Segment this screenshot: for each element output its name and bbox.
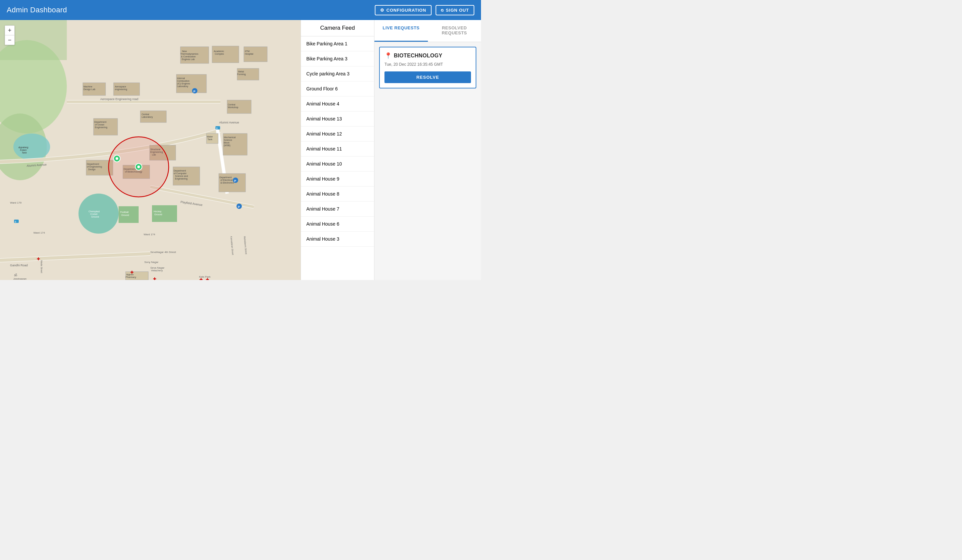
svg-text:Science: Science [224,139,232,141]
camera-list-item[interactable]: Animal House 8 [301,187,374,201]
svg-text:of Ocean: of Ocean [95,124,105,126]
configuration-label: CONFIGURATION [386,8,426,13]
signout-button[interactable]: ⎋ SIGN OUT [436,5,474,15]
svg-text:& Electronics: & Electronics [221,182,234,184]
app-header: Admin Dashboard ⚙ CONFIGURATION ⎋ SIGN O… [0,0,481,20]
svg-text:of Electrical: of Electrical [221,179,233,181]
camera-list-item[interactable]: Animal House 6 [301,217,374,232]
svg-text:Metal: Metal [238,71,244,73]
svg-text:Complex: Complex [215,53,224,55]
camera-list-item[interactable]: Bike Parking Area 3 [301,51,374,66]
svg-text:Ground: Ground [121,214,129,216]
request-time: Tue, 20 Dec 2022 16:35:45 GMT [384,62,471,67]
svg-text:Thermodynamics: Thermodynamics [180,53,199,55]
svg-text:Forming: Forming [237,73,246,76]
camera-list-item[interactable]: Ground Floor 6 [301,81,374,97]
svg-text:SevaNagar 4th Street: SevaNagar 4th Street [150,251,176,254]
svg-text:Engines Lab: Engines Lab [182,58,195,61]
svg-text:Velachery: Velachery [151,269,163,272]
camera-list-item[interactable]: Animal House 7 [301,201,374,217]
main-layout: Appalang Kolam Tank Chemplast Cricket Gr… [0,20,481,280]
svg-text:Chemplast: Chemplast [89,210,100,213]
svg-text:B: B [216,127,218,129]
svg-text:Aerospace Engineering road: Aerospace Engineering road [100,97,138,101]
camera-list-item[interactable]: Animal House 3 [301,232,374,247]
svg-text:P: P [238,205,240,209]
svg-text:Tank: Tank [22,151,27,154]
svg-text:Laboratory: Laboratory [142,116,153,119]
svg-text:Science and: Science and [175,175,188,177]
camera-list-item[interactable]: Animal House 10 [301,156,374,172]
svg-text:✚: ✚ [153,277,157,280]
header-actions: ⚙ CONFIGURATION ⎋ SIGN OUT [375,5,474,15]
tab-live-requests[interactable]: LIVE REQUESTS [374,20,428,42]
svg-text:Appalang: Appalang [18,146,28,149]
zoom-in-button[interactable]: + [5,26,15,35]
svg-text:& Combustion: & Combustion [181,55,196,58]
svg-text:New: New [182,50,187,52]
camera-feed-title: Camera Feed [301,20,374,36]
camera-list-item[interactable]: Animal House 4 [301,97,374,111]
svg-text:Academic: Academic [214,50,224,52]
svg-text:Design: Design [88,168,95,171]
request-location: 📍 BIOTECHNOLOGY [384,52,471,60]
svg-rect-22 [180,47,209,63]
svg-text:Ground: Ground [91,216,99,218]
map-area[interactable]: Appalang Kolam Tank Chemplast Cricket Gr… [0,20,301,280]
right-panel: LIVE REQUESTS RESOLVED REQUESTS 📍 BIOTEC… [374,20,481,280]
map-svg: Appalang Kolam Tank Chemplast Cricket Gr… [0,20,301,280]
svg-text:✚: ✚ [37,257,40,261]
zoom-out-button[interactable]: − [5,35,15,45]
resolve-button[interactable]: RESOLVE [384,71,471,83]
svg-text:✚: ✚ [199,277,203,280]
svg-text:Combustion: Combustion [177,80,189,82]
svg-text:of Engineering: of Engineering [87,166,102,168]
svg-text:Hospital: Hospital [245,53,253,55]
svg-text:Central: Central [142,113,149,116]
svg-text:Ground: Ground [154,213,162,216]
svg-point-8 [79,193,119,233]
svg-text:Jeeshwaram: Jeeshwaram [13,278,27,280]
svg-text:Department: Department [87,163,99,166]
requests-content: 📍 BIOTECHNOLOGY Tue, 20 Dec 2022 16:35:4… [374,42,481,280]
svg-text:Engineering: Engineering [95,126,107,129]
svg-text:Central: Central [228,103,236,106]
camera-list-item[interactable]: Bike Parking Area 1 [301,36,374,51]
camera-list-item[interactable]: Cycle parking Area 3 [301,66,374,81]
svg-point-89 [137,166,140,168]
app-title: Admin Dashboard [7,6,67,14]
svg-text:P: P [194,90,195,93]
svg-text:(IC) Engines: (IC) Engines [177,82,190,85]
svg-text:Department: Department [220,176,232,179]
svg-text:Sony Nagar: Sony Nagar [144,261,159,264]
svg-text:Hockey: Hockey [153,210,162,213]
svg-text:✚: ✚ [206,277,209,280]
svg-text:Engineering: Engineering [175,177,187,180]
camera-list-item[interactable]: Animal House 13 [301,111,374,127]
svg-text:Machine: Machine [84,85,92,88]
svg-point-87 [116,157,118,160]
svg-text:ॐ: ॐ [14,273,18,277]
svg-text:Department: Department [94,121,107,124]
svg-text:Block: Block [224,142,230,144]
camera-list-item[interactable]: Animal House 9 [301,172,374,187]
svg-text:Ward 174: Ward 174 [34,231,45,234]
svg-text:Tank: Tank [207,138,212,140]
camera-list-item[interactable]: Animal House 12 [301,127,374,142]
signout-label: SIGN OUT [446,8,469,13]
configuration-button[interactable]: ⚙ CONFIGURATION [375,5,431,15]
svg-text:IITM: IITM [245,50,250,52]
svg-text:B: B [15,220,16,223]
tab-resolved-requests[interactable]: RESOLVED REQUESTS [428,20,481,42]
svg-text:Pharmacy: Pharmacy [126,276,136,279]
svg-text:Laboratory: Laboratory [177,85,189,88]
svg-text:Mechanical: Mechanical [224,136,236,138]
svg-text:Water: Water [207,135,213,138]
request-card: 📍 BIOTECHNOLOGY Tue, 20 Dec 2022 16:35:4… [379,47,476,89]
request-location-name: BIOTECHNOLOGY [394,53,442,59]
camera-list-item[interactable]: Animal House 11 [301,142,374,156]
svg-text:Cricket: Cricket [90,213,98,215]
tabs-container: LIVE REQUESTS RESOLVED REQUESTS [374,20,481,42]
svg-text:Gandhi Road: Gandhi Road [10,264,28,267]
location-pin-icon: 📍 [384,52,392,60]
